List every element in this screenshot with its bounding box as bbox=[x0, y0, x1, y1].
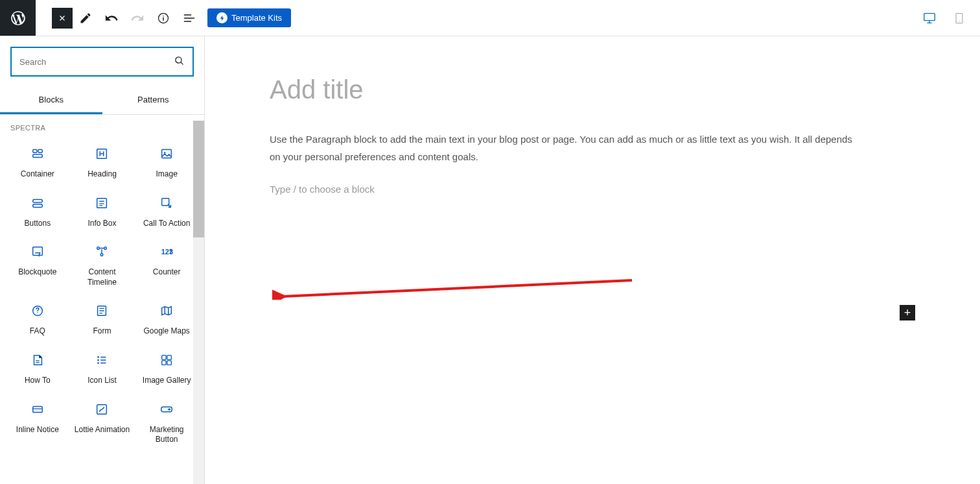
svg-point-24 bbox=[98, 362, 100, 364]
maps-icon bbox=[159, 303, 174, 319]
scrollbar-thumb[interactable] bbox=[193, 121, 204, 237]
template-kits-button[interactable]: Template Kits bbox=[207, 8, 291, 27]
svg-point-17 bbox=[104, 247, 107, 250]
svg-rect-9 bbox=[162, 150, 172, 158]
block-item-infobox[interactable]: Info Box bbox=[70, 186, 135, 236]
block-label: FAQ bbox=[30, 326, 45, 337]
block-label: Google Maps bbox=[143, 326, 189, 337]
block-item-container[interactable]: Container bbox=[5, 137, 70, 186]
desktop-view-button[interactable] bbox=[918, 6, 941, 30]
lottie-icon bbox=[94, 402, 110, 417]
block-label: Marketing Button bbox=[138, 425, 195, 445]
tab-blocks[interactable]: Blocks bbox=[0, 87, 102, 114]
block-appender[interactable]: Type / to choose a block bbox=[270, 184, 915, 195]
undo-button[interactable] bbox=[100, 6, 123, 30]
add-block-button[interactable]: + bbox=[900, 305, 915, 321]
block-label: Icon List bbox=[88, 376, 117, 386]
block-item-howto[interactable]: How To bbox=[5, 343, 70, 393]
tablet-view-button[interactable] bbox=[948, 6, 971, 30]
paragraph-block[interactable]: Use the Paragraph block to add the main … bbox=[270, 130, 853, 165]
block-item-mbutton[interactable]: Marketing Button bbox=[134, 393, 199, 452]
block-item-maps[interactable]: Google Maps bbox=[134, 294, 199, 343]
block-item-faq[interactable]: FAQ bbox=[5, 294, 70, 343]
svg-point-18 bbox=[101, 254, 104, 256]
desktop-icon bbox=[922, 11, 937, 25]
block-label: Inline Notice bbox=[16, 425, 59, 435]
svg-rect-1 bbox=[924, 13, 935, 20]
block-item-blockquote[interactable]: Blockquote bbox=[5, 235, 70, 294]
svg-rect-15 bbox=[32, 247, 42, 256]
block-label: Counter bbox=[153, 267, 181, 278]
iconlist-icon bbox=[94, 352, 110, 368]
svg-rect-29 bbox=[32, 406, 42, 412]
svg-rect-28 bbox=[167, 361, 171, 365]
block-label: Info Box bbox=[88, 219, 116, 229]
infobox-icon bbox=[94, 195, 110, 211]
block-item-cta[interactable]: Call To Action bbox=[134, 186, 199, 236]
svg-text:123: 123 bbox=[161, 248, 173, 256]
form-icon bbox=[94, 303, 110, 319]
block-label: Call To Action bbox=[143, 219, 191, 229]
block-label: Blockquote bbox=[18, 267, 56, 278]
block-label: Form bbox=[93, 326, 111, 337]
block-item-form[interactable]: Form bbox=[70, 294, 135, 343]
outline-button[interactable] bbox=[178, 6, 201, 30]
block-inserter-sidebar: Blocks Patterns SPECTRA ContainerHeading… bbox=[0, 36, 205, 484]
search-input[interactable] bbox=[19, 57, 174, 67]
block-label: Content Timeline bbox=[74, 267, 131, 287]
close-inserter-button[interactable] bbox=[52, 8, 73, 29]
block-item-image[interactable]: Image bbox=[134, 137, 199, 186]
tablet-icon bbox=[953, 12, 966, 25]
pencil-icon bbox=[79, 12, 92, 25]
svg-rect-11 bbox=[32, 199, 42, 202]
mbutton-icon bbox=[159, 402, 174, 417]
list-icon bbox=[183, 12, 196, 25]
redo-button[interactable] bbox=[126, 6, 149, 30]
block-item-heading[interactable]: Heading bbox=[70, 137, 135, 186]
sidebar-scrollbar[interactable] bbox=[193, 121, 204, 484]
close-icon bbox=[58, 14, 67, 23]
buttons-icon bbox=[30, 195, 45, 211]
svg-rect-6 bbox=[38, 150, 42, 153]
block-label: Lottie Animation bbox=[75, 425, 130, 435]
block-item-iconlist[interactable]: Icon List bbox=[70, 343, 135, 393]
blocks-list: SPECTRA ContainerHeadingImageButtonsInfo… bbox=[0, 115, 204, 484]
faq-icon bbox=[30, 303, 45, 319]
block-item-buttons[interactable]: Buttons bbox=[5, 186, 70, 236]
redo-icon bbox=[130, 11, 145, 25]
image-icon bbox=[159, 146, 174, 162]
block-label: How To bbox=[25, 376, 51, 386]
toolbar-right bbox=[916, 6, 980, 30]
block-item-notice[interactable]: Inline Notice bbox=[5, 393, 70, 452]
svg-rect-27 bbox=[162, 361, 166, 365]
template-kits-icon bbox=[216, 12, 228, 23]
block-label: Container bbox=[21, 169, 54, 180]
wordpress-logo[interactable] bbox=[0, 0, 36, 36]
block-item-timeline[interactable]: Content Timeline bbox=[70, 235, 135, 294]
inserter-tabs: Blocks Patterns bbox=[0, 87, 204, 115]
svg-rect-5 bbox=[32, 150, 36, 153]
block-item-counter[interactable]: 123Counter bbox=[134, 235, 199, 294]
editor-canvas: Add title Use the Paragraph block to add… bbox=[205, 36, 980, 484]
block-label: Image bbox=[156, 169, 177, 180]
svg-point-3 bbox=[959, 21, 959, 21]
gallery-icon bbox=[159, 352, 174, 368]
template-kits-label: Template Kits bbox=[231, 13, 282, 23]
top-toolbar: Template Kits bbox=[0, 0, 980, 36]
block-item-lottie[interactable]: Lottie Animation bbox=[70, 393, 135, 452]
block-label: Image Gallery bbox=[143, 376, 191, 386]
block-search-box[interactable] bbox=[10, 47, 194, 77]
howto-icon bbox=[30, 352, 45, 368]
block-item-gallery[interactable]: Image Gallery bbox=[134, 343, 199, 393]
blockquote-icon bbox=[30, 244, 45, 260]
page-title[interactable]: Add title bbox=[270, 75, 915, 104]
plus-icon: + bbox=[904, 306, 911, 320]
block-group-title: SPECTRA bbox=[5, 115, 199, 137]
block-label: Heading bbox=[88, 169, 117, 180]
edit-tool-button[interactable] bbox=[74, 6, 97, 30]
svg-rect-26 bbox=[167, 356, 171, 359]
tab-patterns[interactable]: Patterns bbox=[102, 87, 205, 114]
info-button[interactable] bbox=[152, 6, 175, 30]
svg-point-22 bbox=[98, 356, 100, 358]
info-icon bbox=[157, 12, 170, 25]
